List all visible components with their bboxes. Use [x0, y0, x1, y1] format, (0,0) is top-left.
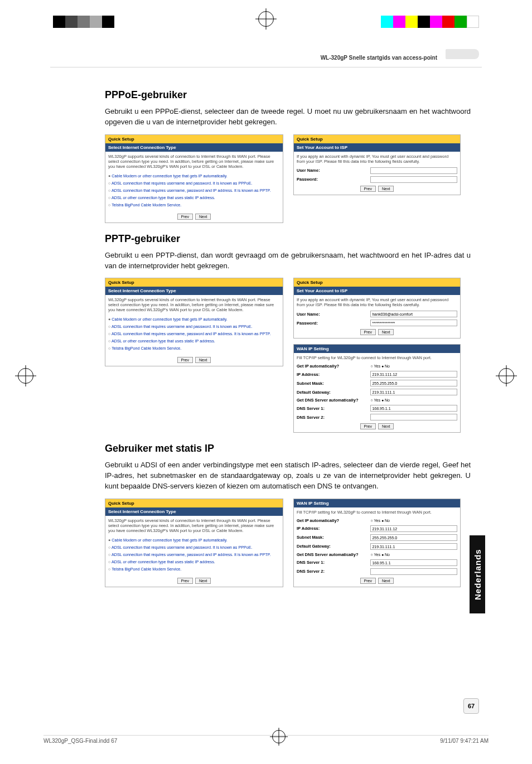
- panel-subtitle: Select Internet Connection Type: [105, 507, 283, 516]
- opt-pppoe[interactable]: ADSL connection that requires username a…: [108, 180, 280, 187]
- opt-auto[interactable]: Cable Modem or other connection type tha…: [108, 536, 280, 544]
- ip-label: IP Address:: [297, 526, 370, 531]
- next-button[interactable]: Next: [195, 578, 211, 584]
- panel-subtitle: Set Your Account to ISP: [294, 143, 460, 152]
- opt-bigpond[interactable]: Telstra BigPond Cable Modem Service.: [108, 565, 280, 573]
- prev-button[interactable]: Prev: [360, 329, 376, 335]
- opt-static[interactable]: ADSL or other connection type that uses …: [108, 337, 280, 345]
- gw-input[interactable]: 219.31.111.1: [370, 543, 457, 550]
- panel-description: WL320gP supports several kinds of connec…: [105, 152, 283, 171]
- panel-title: Quick Setup: [105, 499, 283, 507]
- section-static-title: Gebruiker met statis IP: [105, 443, 471, 454]
- next-button[interactable]: Next: [195, 357, 211, 363]
- gw-input[interactable]: 219.31.111.1: [370, 389, 457, 395]
- next-button[interactable]: Next: [378, 329, 394, 335]
- section-pppoe-intro: Gebruikt u een PPPoE-dienst, selecteer d…: [105, 107, 471, 128]
- opt-pppoe[interactable]: ADSL connection that requires username a…: [108, 323, 280, 330]
- username-input[interactable]: hank036@adsl-comfort: [370, 311, 457, 317]
- panel-subtitle: WAN IP Setting: [294, 499, 460, 507]
- opt-bigpond[interactable]: Telstra BigPond Cable Modem Service.: [108, 345, 280, 352]
- panel-title: Quick Setup: [294, 278, 460, 287]
- password-input[interactable]: [370, 176, 457, 183]
- section-pppoe-title: PPPoE-gebruiker: [105, 89, 471, 101]
- header-product-label: WL-320gP Snelle startgids van access-poi…: [321, 55, 437, 61]
- opt-bigpond[interactable]: Telstra BigPond Cable Modem Service.: [108, 201, 280, 209]
- section-pptp-title: PPTP-gebruiker: [105, 233, 471, 245]
- opt-pptp[interactable]: ADSL connection that requires username, …: [108, 187, 280, 194]
- next-button[interactable]: Next: [378, 186, 394, 192]
- screenshot-pptp-select: Quick Setup Select Internet Connection T…: [105, 278, 283, 366]
- username-label: User Name:: [297, 168, 370, 173]
- color-registration-right: [381, 16, 479, 28]
- mask-label: Subnet Mask:: [297, 535, 370, 540]
- next-button[interactable]: Next: [378, 423, 394, 429]
- print-footer: WL320gP_QSG-Final.indd 67 9/11/07 9:47:2…: [43, 735, 489, 744]
- opt-auto[interactable]: Cable Modem or other connection type tha…: [108, 316, 280, 323]
- page-number-badge: 67: [463, 698, 479, 714]
- panel-subtitle: Select Internet Connection Type: [105, 143, 283, 152]
- getip-radio[interactable]: ○ Yes ● No: [370, 364, 457, 368]
- dns2-input[interactable]: [370, 414, 457, 420]
- panel-title: Quick Setup: [294, 135, 460, 143]
- panel-title: Quick Setup: [105, 278, 283, 287]
- color-registration-left: [53, 16, 114, 28]
- dns2-input[interactable]: [370, 568, 457, 575]
- getdns-radio[interactable]: ○ Yes ● No: [370, 398, 457, 402]
- next-button[interactable]: Next: [378, 578, 394, 584]
- prev-button[interactable]: Prev: [360, 186, 376, 192]
- dns1-label: DNS Server 1:: [297, 406, 370, 411]
- gw-label: Default Gateway:: [297, 544, 370, 549]
- footer-filename: WL320gP_QSG-Final.indd 67: [43, 738, 117, 744]
- screenshot-pppoe-account: Quick Setup Set Your Account to ISP If y…: [293, 134, 461, 195]
- screenshot-static-select: Quick Setup Select Internet Connection T…: [105, 499, 283, 587]
- screenshot-static-wanip: WAN IP Setting Fill TCP/IP setting for W…: [293, 499, 461, 587]
- prev-button[interactable]: Prev: [360, 578, 376, 584]
- opt-pptp[interactable]: ADSL connection that requires username, …: [108, 551, 280, 558]
- page-content: PPPoE-gebruiker Gebruikt u een PPPoE-die…: [105, 89, 471, 597]
- ip-input[interactable]: 219.31.111.12: [370, 371, 457, 378]
- panel-description: WL320gP supports several kinds of connec…: [105, 516, 283, 535]
- mask-label: Subnet Mask:: [297, 381, 370, 386]
- password-label: Password:: [297, 321, 370, 326]
- footer-timestamp: 9/11/07 9:47:21 AM: [440, 738, 489, 744]
- screenshot-pppoe-select: Quick Setup Select Internet Connection T…: [105, 134, 283, 223]
- dns1-input[interactable]: 168.95.1.1: [370, 559, 457, 566]
- dns2-label: DNS Server 2:: [297, 415, 370, 420]
- prev-button[interactable]: Prev: [177, 578, 193, 584]
- opt-pptp[interactable]: ADSL connection that requires username, …: [108, 330, 280, 337]
- panel-description: If you apply an account with dynamic IP,…: [294, 152, 460, 166]
- panel-description: WL320gP supports several kinds of connec…: [105, 295, 283, 315]
- getdns-label: Get DNS Server automatically?: [297, 398, 370, 403]
- getip-label: Get IP automatically?: [297, 364, 370, 369]
- registration-mark-left: [18, 368, 33, 384]
- dns2-label: DNS Server 2:: [297, 569, 370, 574]
- getip-radio[interactable]: ○ Yes ● No: [370, 519, 457, 523]
- opt-static[interactable]: ADSL or other connection type that uses …: [108, 558, 280, 565]
- username-label: User Name:: [297, 312, 370, 317]
- next-button[interactable]: Next: [195, 214, 211, 220]
- section-pptp-intro: Gebruikt u een PPTP-dienst, dan wordt ge…: [105, 250, 471, 272]
- getdns-radio[interactable]: ○ Yes ● No: [370, 553, 457, 557]
- prev-button[interactable]: Prev: [177, 357, 193, 363]
- mask-input[interactable]: 255.255.255.0: [370, 534, 457, 541]
- panel-subtitle: WAN IP Setting: [294, 345, 460, 353]
- panel-subtitle: Set Your Account to ISP: [294, 287, 460, 295]
- password-input[interactable]: ***************: [370, 320, 457, 326]
- username-input[interactable]: [370, 167, 457, 174]
- panel-description: Fill TCP/IP setting for WL320gP to conne…: [294, 353, 460, 362]
- getdns-label: Get DNS Server automatically?: [297, 552, 370, 557]
- mask-input[interactable]: 255.255.255.0: [370, 380, 457, 386]
- registration-mark-right: [499, 368, 514, 384]
- prev-button[interactable]: Prev: [177, 214, 193, 220]
- screenshot-pptp-account: Quick Setup Set Your Account to ISP If y…: [293, 278, 461, 339]
- panel-description: If you apply an account with dynamic IP,…: [294, 295, 460, 310]
- opt-static[interactable]: ADSL or other connection type that uses …: [108, 194, 280, 201]
- dns1-input[interactable]: 168.95.1.1: [370, 405, 457, 412]
- header-logo-badge: [446, 49, 479, 59]
- panel-subtitle: Select Internet Connection Type: [105, 287, 283, 295]
- opt-pppoe[interactable]: ADSL connection that requires username a…: [108, 544, 280, 551]
- language-tab: Nederlands: [470, 535, 485, 613]
- ip-input[interactable]: 219.31.111.12: [370, 525, 457, 532]
- prev-button[interactable]: Prev: [360, 423, 376, 429]
- opt-auto[interactable]: Cable Modem or other connection type tha…: [108, 172, 280, 180]
